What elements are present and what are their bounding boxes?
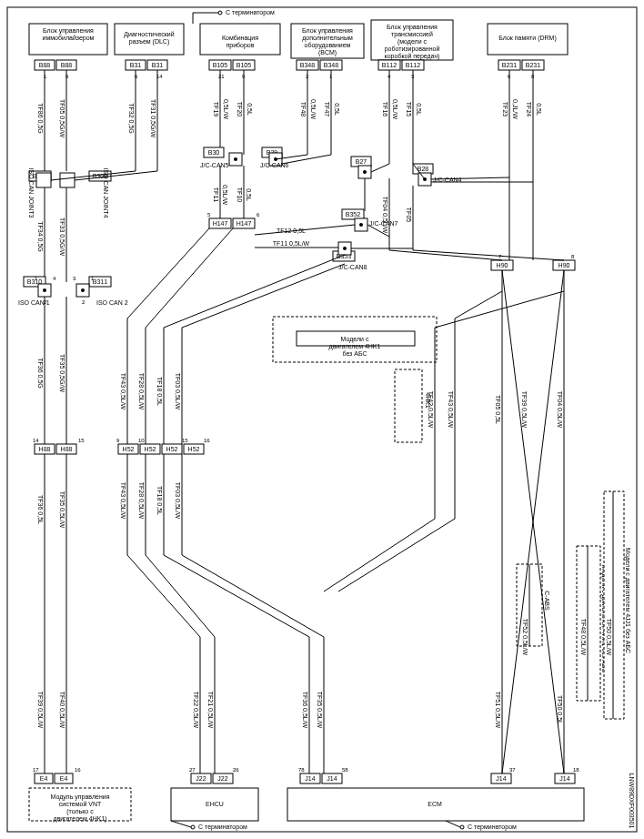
svg-text:TF21 0,5L/W: TF21 0,5L/W (207, 692, 214, 729)
svg-text:TF03 0,5L/W: TF03 0,5L/W (175, 373, 181, 410)
svg-line-220 (127, 555, 200, 637)
svg-text:TF36 0,5G: TF36 0,5G (37, 358, 44, 388)
svg-text:37: 37 (509, 767, 516, 773)
c-abs-label: C-ABS (544, 591, 550, 611)
module-cluster-label: Комбинацияприборов (222, 35, 258, 49)
svg-line-104 (371, 164, 389, 172)
svg-text:TF24: TF24 (526, 102, 532, 116)
svg-point-273 (191, 825, 195, 829)
svg-text:TF39 0,5L/W: TF39 0,5L/W (37, 692, 44, 729)
svg-text:E4: E4 (40, 775, 48, 782)
svg-text:B31: B31 (130, 62, 142, 68)
svg-text:B231: B231 (526, 62, 540, 68)
svg-text:H90: H90 (558, 262, 570, 268)
svg-text:TF18 0,5L: TF18 0,5L (156, 377, 163, 406)
module-ehcu-label: EHCU (206, 801, 224, 807)
svg-text:3: 3 (73, 276, 76, 281)
svg-line-95 (282, 155, 331, 164)
svg-text:0,5L/W: 0,5L/W (392, 99, 398, 120)
svg-text:J14: J14 (559, 775, 569, 782)
svg-text:78: 78 (298, 767, 305, 773)
svg-text:B112: B112 (382, 62, 397, 68)
svg-text:TF05: TF05 (406, 207, 412, 222)
svg-text:TF23: TF23 (502, 102, 508, 116)
svg-text:B30: B30 (208, 149, 220, 156)
svg-text:TF15: TF15 (406, 102, 412, 116)
svg-text:TF36 0,5L: TF36 0,5L (37, 495, 44, 524)
svg-text:TF19: TF19 (213, 102, 219, 116)
svg-text:TF16: TF16 (382, 102, 388, 116)
svg-text:26: 26 (233, 767, 239, 773)
svg-text:J14: J14 (305, 775, 315, 782)
svg-rect-195 (395, 369, 422, 442)
svg-text:B27: B27 (356, 158, 367, 165)
bottom-note-right: С терминатором (468, 824, 517, 831)
svg-text:H147: H147 (213, 220, 228, 227)
svg-text:B88: B88 (61, 62, 73, 68)
svg-point-154 (81, 288, 85, 292)
svg-text:16: 16 (75, 767, 81, 773)
svg-point-128 (359, 223, 363, 227)
svg-text:TF48: TF48 (300, 102, 307, 116)
svg-text:H90: H90 (497, 262, 508, 268)
svg-text:TF43 0,5L/W: TF43 0,5L/W (120, 373, 126, 410)
bottom-note-left: С терминатором (198, 824, 247, 831)
iso-joint4-label: ISO CAN JOINT4 (103, 168, 109, 218)
svg-text:15: 15 (78, 438, 85, 443)
wiring-diagram: Блок управленияиммобилайзером Диагностич… (0, 0, 644, 839)
svg-point-152 (43, 288, 46, 292)
iso-can2-label: ISO CAN 2 (96, 299, 128, 306)
4hk1-label: 4HK1 (425, 392, 431, 409)
svg-text:TF86 0,5G: TF86 0,5G (37, 103, 44, 133)
svg-line-276 (446, 821, 460, 827)
top-note: С терминатором (226, 9, 275, 16)
svg-text:B105: B105 (213, 62, 227, 68)
svg-text:TF33 0,5G/W: TF33 0,5G/W (59, 217, 65, 256)
svg-text:TF43 0,5L/W: TF43 0,5L/W (120, 482, 126, 520)
svg-line-188 (455, 291, 502, 318)
svg-point-91 (234, 157, 237, 161)
svg-text:B105: B105 (236, 62, 251, 68)
svg-text:B31: B31 (152, 62, 164, 68)
svg-text:TF03 0,5L/W: TF03 0,5L/W (175, 482, 181, 520)
svg-text:J22: J22 (196, 775, 206, 782)
svg-text:0,5L: 0,5L (247, 103, 253, 116)
svg-text:J14: J14 (496, 775, 506, 782)
svg-text:TF28 0,5L/W: TF28 0,5L/W (138, 482, 145, 520)
svg-line-224 (324, 519, 435, 591)
module-dlc-label: Диагностическийразъем (DLC) (124, 31, 174, 45)
svg-text:TF11: TF11 (213, 187, 219, 202)
svg-text:B88: B88 (39, 62, 51, 68)
svg-text:0,5L/W: 0,5L/W (223, 99, 229, 120)
svg-point-101 (363, 170, 367, 174)
svg-text:TF36 0,5L/W: TF36 0,5L/W (302, 692, 308, 729)
svg-text:TF35 0,5L/W: TF35 0,5L/W (317, 692, 323, 729)
svg-text:0,5L: 0,5L (246, 188, 252, 201)
svg-line-223 (182, 555, 324, 637)
svg-text:10: 10 (138, 438, 145, 443)
svg-text:0,5L: 0,5L (416, 103, 422, 116)
svg-text:16: 16 (204, 438, 210, 443)
svg-line-171 (127, 228, 209, 318)
svg-text:18: 18 (573, 767, 579, 773)
side-note-4jj1: Модели с двигателем 4JJ1 без АБС (624, 548, 631, 653)
svg-point-275 (460, 825, 464, 829)
svg-text:B112: B112 (406, 62, 420, 68)
svg-text:TF31 0,5G/W: TF31 0,5G/W (150, 99, 156, 137)
svg-text:TF35 0,5L/W: TF35 0,5L/W (59, 491, 65, 529)
svg-text:B231: B231 (502, 62, 517, 68)
footer-id: LNW89DXF003501 (629, 773, 635, 829)
svg-text:58: 58 (342, 767, 348, 773)
svg-text:TF32 0,5G: TF32 0,5G (128, 103, 135, 133)
svg-text:TF12 0,5L: TF12 0,5L (277, 227, 306, 234)
svg-text:9: 9 (116, 438, 120, 443)
svg-text:TF05 0,5G/W: TF05 0,5G/W (59, 99, 65, 137)
svg-text:TF40 0,5L/W: TF40 0,5L/W (59, 692, 65, 729)
svg-text:15: 15 (182, 438, 188, 443)
svg-text:H88: H88 (39, 446, 51, 452)
svg-text:0,5L: 0,5L (536, 103, 542, 116)
svg-line-222 (164, 555, 309, 637)
svg-text:TF20: TF20 (236, 102, 243, 116)
svg-text:TF39 0,5L/W: TF39 0,5L/W (521, 391, 528, 429)
svg-line-274 (171, 821, 191, 827)
